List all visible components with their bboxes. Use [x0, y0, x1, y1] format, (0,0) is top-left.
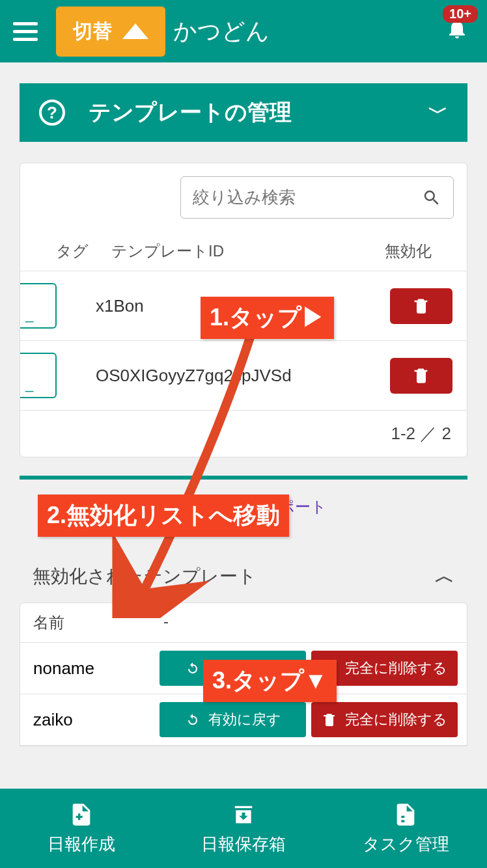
- switch-button[interactable]: 切替: [56, 7, 165, 57]
- help-icon[interactable]: ?: [39, 100, 65, 126]
- archive-icon: [230, 802, 257, 828]
- switch-label: 切替: [73, 18, 112, 45]
- menu-icon[interactable]: [13, 22, 38, 41]
- top-bar: 切替 かつどん 10+: [0, 0, 487, 62]
- th-tag: タグ: [33, 241, 111, 262]
- disabled-title: 無効化されたテンプレート: [33, 564, 257, 589]
- disabled-table-header: 名前 -: [20, 603, 467, 643]
- disabled-header[interactable]: 無効化されたテンプレート ︿: [20, 556, 467, 596]
- app-title: かつどん: [173, 16, 270, 47]
- task-icon: [393, 802, 419, 828]
- search-row: [20, 163, 467, 232]
- triangle-up-icon: [122, 23, 148, 39]
- annotation-1: 1.タップ▶: [201, 297, 334, 339]
- tag-handle[interactable]: [20, 353, 57, 398]
- disabled-name: noname: [29, 658, 160, 679]
- chevron-down-icon: ﹀: [428, 100, 448, 126]
- notification-badge: 10+: [443, 5, 478, 23]
- file-plus-icon: [68, 802, 94, 828]
- search-box[interactable]: [180, 176, 454, 219]
- page-header[interactable]: ? テンプレートの管理 ﹀: [20, 83, 467, 142]
- refresh-icon: [185, 660, 201, 676]
- restore-label: 有効に戻す: [208, 710, 281, 729]
- delete-label: 完全に削除する: [345, 710, 447, 729]
- nav-label: 日報保存箱: [201, 833, 286, 856]
- disable-button[interactable]: [390, 288, 452, 324]
- pager: 1-2 ／ 2: [20, 410, 467, 457]
- delete-label: 完全に削除する: [345, 658, 447, 678]
- search-input[interactable]: [193, 187, 422, 208]
- th-id: テンプレートID: [111, 241, 363, 262]
- restore-button[interactable]: 有効に戻す: [160, 702, 306, 737]
- template-id: OS0XIGoyyZ7gq2cpJVSd: [96, 366, 390, 386]
- nav-task[interactable]: タスク管理: [325, 789, 487, 868]
- th-name: 名前: [33, 612, 163, 633]
- divider: [20, 476, 467, 480]
- trash-icon: [412, 366, 430, 385]
- chevron-up-icon: ︿: [435, 563, 454, 590]
- nav-create[interactable]: 日報作成: [0, 789, 162, 868]
- notifications-button[interactable]: 10+: [445, 17, 469, 43]
- nav-label: タスク管理: [363, 833, 449, 856]
- th-disable: 無効化: [363, 241, 454, 262]
- table-row[interactable]: OS0XIGoyyZ7gq2cpJVSd: [20, 340, 467, 410]
- disable-button[interactable]: [390, 358, 452, 394]
- bottom-nav: 日報作成 日報保存箱 タスク管理: [0, 789, 487, 868]
- nav-label: 日報作成: [48, 833, 115, 856]
- disabled-name: zaiko: [29, 710, 160, 730]
- delete-button[interactable]: 完全に削除する: [311, 702, 458, 737]
- refresh-icon: [185, 712, 201, 727]
- tag-handle[interactable]: [20, 283, 57, 329]
- nav-saved[interactable]: 日報保存箱: [162, 789, 324, 868]
- th-dash: -: [163, 612, 454, 633]
- table-header: タグ テンプレートID 無効化: [20, 232, 467, 271]
- annotation-3: 3.タップ▼: [203, 660, 337, 702]
- page-title: テンプレートの管理: [89, 98, 292, 128]
- search-icon: [422, 188, 441, 208]
- annotation-2: 2.無効化リストへ移動: [38, 495, 289, 537]
- trash-icon: [412, 297, 430, 315]
- trash-icon: [322, 712, 337, 727]
